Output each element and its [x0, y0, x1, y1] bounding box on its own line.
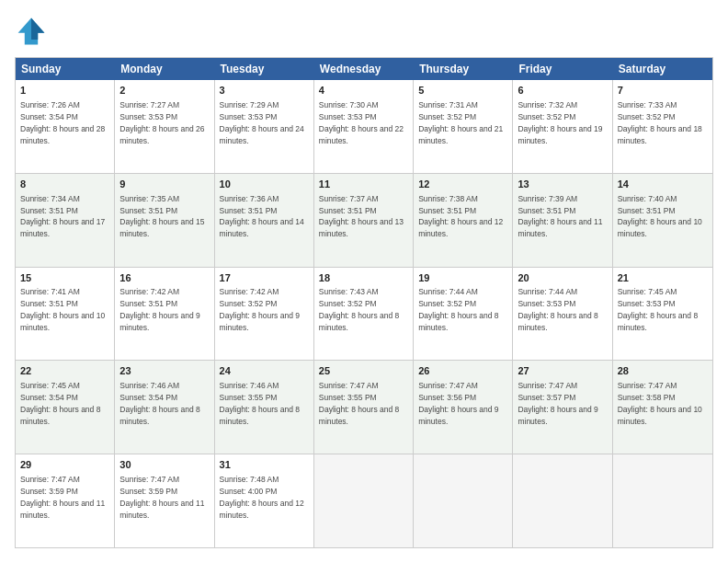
day-number: 1: [20, 84, 109, 98]
cell-info: Sunrise: 7:30 AMSunset: 3:53 PMDaylight:…: [319, 100, 404, 145]
day-number: 26: [418, 364, 507, 378]
calendar-cell: 26 Sunrise: 7:47 AMSunset: 3:56 PMDaylig…: [414, 361, 513, 454]
calendar-cell: 29 Sunrise: 7:47 AMSunset: 3:59 PMDaylig…: [16, 454, 115, 547]
day-number: 7: [618, 84, 708, 98]
cell-info: Sunrise: 7:43 AMSunset: 3:52 PMDaylight:…: [319, 287, 399, 332]
cell-info: Sunrise: 7:38 AMSunset: 3:51 PMDaylight:…: [418, 194, 503, 239]
cell-info: Sunrise: 7:44 AMSunset: 3:52 PMDaylight:…: [418, 287, 498, 332]
day-number: 20: [518, 271, 607, 285]
calendar-header-cell: Wednesday: [314, 58, 414, 80]
calendar-header-cell: Sunday: [16, 58, 115, 80]
day-number: 2: [119, 84, 209, 98]
day-number: 31: [220, 458, 309, 472]
calendar-week-row: 15 Sunrise: 7:41 AMSunset: 3:51 PMDaylig…: [16, 267, 712, 361]
cell-info: Sunrise: 7:46 AMSunset: 3:54 PMDaylight:…: [119, 381, 199, 426]
calendar-cell: 22 Sunrise: 7:45 AMSunset: 3:54 PMDaylig…: [16, 361, 115, 454]
cell-info: Sunrise: 7:39 AMSunset: 3:51 PMDaylight:…: [518, 194, 602, 239]
day-number: 11: [319, 178, 408, 191]
calendar-header-cell: Friday: [513, 58, 612, 80]
cell-info: Sunrise: 7:32 AMSunset: 3:52 PMDaylight:…: [518, 100, 602, 145]
calendar-cell: 10 Sunrise: 7:36 AMSunset: 3:51 PMDaylig…: [215, 174, 314, 267]
day-number: 16: [119, 271, 209, 285]
day-number: 21: [618, 271, 708, 285]
cell-info: Sunrise: 7:36 AMSunset: 3:51 PMDaylight:…: [220, 194, 304, 239]
cell-info: Sunrise: 7:45 AMSunset: 3:53 PMDaylight:…: [618, 287, 698, 332]
calendar-cell: 3 Sunrise: 7:29 AMSunset: 3:53 PMDayligh…: [215, 80, 314, 173]
logo: [15, 15, 51, 48]
calendar-cell: 19 Sunrise: 7:44 AMSunset: 3:52 PMDaylig…: [414, 268, 513, 361]
calendar-cell: 7 Sunrise: 7:33 AMSunset: 3:52 PMDayligh…: [613, 80, 712, 173]
cell-info: Sunrise: 7:47 AMSunset: 3:56 PMDaylight:…: [418, 381, 498, 426]
day-number: 3: [220, 84, 309, 98]
calendar-header-cell: Monday: [115, 58, 214, 80]
cell-info: Sunrise: 7:41 AMSunset: 3:51 PMDaylight:…: [20, 287, 105, 332]
calendar-header-cell: Saturday: [613, 58, 712, 80]
day-number: 9: [119, 178, 209, 191]
calendar-week-row: 29 Sunrise: 7:47 AMSunset: 3:59 PMDaylig…: [16, 454, 712, 547]
cell-info: Sunrise: 7:46 AMSunset: 3:55 PMDaylight:…: [220, 381, 300, 426]
cell-info: Sunrise: 7:35 AMSunset: 3:51 PMDaylight:…: [119, 194, 204, 239]
day-number: 17: [220, 271, 309, 285]
calendar-cell: 31 Sunrise: 7:48 AMSunset: 4:00 PMDaylig…: [215, 454, 314, 547]
cell-info: Sunrise: 7:26 AMSunset: 3:54 PMDaylight:…: [20, 100, 105, 145]
calendar-cell: 6 Sunrise: 7:32 AMSunset: 3:52 PMDayligh…: [513, 80, 612, 173]
cell-info: Sunrise: 7:37 AMSunset: 3:51 PMDaylight:…: [319, 194, 404, 239]
calendar-header-cell: Tuesday: [215, 58, 314, 80]
calendar-cell: 11 Sunrise: 7:37 AMSunset: 3:51 PMDaylig…: [314, 174, 414, 267]
cell-info: Sunrise: 7:44 AMSunset: 3:53 PMDaylight:…: [518, 287, 597, 332]
day-number: 27: [518, 364, 607, 378]
page: SundayMondayTuesdayWednesdayThursdayFrid…: [0, 0, 728, 563]
cell-info: Sunrise: 7:40 AMSunset: 3:51 PMDaylight:…: [618, 194, 702, 239]
calendar-week-row: 22 Sunrise: 7:45 AMSunset: 3:54 PMDaylig…: [16, 360, 712, 454]
calendar-header-row: SundayMondayTuesdayWednesdayThursdayFrid…: [16, 58, 712, 80]
cell-info: Sunrise: 7:45 AMSunset: 3:54 PMDaylight:…: [20, 381, 100, 426]
day-number: 10: [220, 178, 309, 191]
cell-info: Sunrise: 7:29 AMSunset: 3:53 PMDaylight:…: [220, 100, 304, 145]
calendar-cell-empty: [314, 454, 414, 547]
logo-icon: [15, 15, 48, 48]
calendar-cell: 1 Sunrise: 7:26 AMSunset: 3:54 PMDayligh…: [16, 80, 115, 173]
cell-info: Sunrise: 7:42 AMSunset: 3:51 PMDaylight:…: [119, 287, 199, 332]
svg-marker-1: [31, 18, 44, 40]
day-number: 29: [20, 458, 109, 472]
calendar-header-cell: Thursday: [414, 58, 513, 80]
calendar-cell: 21 Sunrise: 7:45 AMSunset: 3:53 PMDaylig…: [613, 268, 712, 361]
calendar-body: 1 Sunrise: 7:26 AMSunset: 3:54 PMDayligh…: [16, 80, 712, 547]
cell-info: Sunrise: 7:47 AMSunset: 3:57 PMDaylight:…: [518, 381, 597, 426]
calendar-cell: 16 Sunrise: 7:42 AMSunset: 3:51 PMDaylig…: [115, 268, 214, 361]
calendar-cell: 23 Sunrise: 7:46 AMSunset: 3:54 PMDaylig…: [115, 361, 214, 454]
calendar-cell: 28 Sunrise: 7:47 AMSunset: 3:58 PMDaylig…: [613, 361, 712, 454]
day-number: 22: [20, 364, 109, 378]
day-number: 8: [20, 178, 109, 191]
cell-info: Sunrise: 7:31 AMSunset: 3:52 PMDaylight:…: [418, 100, 503, 145]
calendar-cell: 12 Sunrise: 7:38 AMSunset: 3:51 PMDaylig…: [414, 174, 513, 267]
cell-info: Sunrise: 7:48 AMSunset: 4:00 PMDaylight:…: [220, 475, 304, 520]
calendar-cell-empty: [414, 454, 513, 547]
day-number: 6: [518, 84, 607, 98]
calendar-cell: 4 Sunrise: 7:30 AMSunset: 3:53 PMDayligh…: [314, 80, 414, 173]
day-number: 13: [518, 178, 607, 191]
calendar-cell: 24 Sunrise: 7:46 AMSunset: 3:55 PMDaylig…: [215, 361, 314, 454]
cell-info: Sunrise: 7:33 AMSunset: 3:52 PMDaylight:…: [618, 100, 702, 145]
cell-info: Sunrise: 7:34 AMSunset: 3:51 PMDaylight:…: [20, 194, 105, 239]
day-number: 25: [319, 364, 408, 378]
calendar-week-row: 1 Sunrise: 7:26 AMSunset: 3:54 PMDayligh…: [16, 80, 712, 173]
cell-info: Sunrise: 7:27 AMSunset: 3:53 PMDaylight:…: [119, 100, 204, 145]
day-number: 14: [618, 178, 708, 191]
cell-info: Sunrise: 7:47 AMSunset: 3:59 PMDaylight:…: [20, 475, 105, 520]
calendar-week-row: 8 Sunrise: 7:34 AMSunset: 3:51 PMDayligh…: [16, 173, 712, 267]
day-number: 28: [618, 364, 708, 378]
calendar-cell: 8 Sunrise: 7:34 AMSunset: 3:51 PMDayligh…: [16, 174, 115, 267]
day-number: 23: [119, 364, 209, 378]
calendar-cell: 27 Sunrise: 7:47 AMSunset: 3:57 PMDaylig…: [513, 361, 612, 454]
calendar-cell: 15 Sunrise: 7:41 AMSunset: 3:51 PMDaylig…: [16, 268, 115, 361]
cell-info: Sunrise: 7:47 AMSunset: 3:59 PMDaylight:…: [119, 475, 204, 520]
calendar-cell: 14 Sunrise: 7:40 AMSunset: 3:51 PMDaylig…: [613, 174, 712, 267]
calendar-cell: 13 Sunrise: 7:39 AMSunset: 3:51 PMDaylig…: [513, 174, 612, 267]
day-number: 19: [418, 271, 507, 285]
day-number: 4: [319, 84, 408, 98]
day-number: 24: [220, 364, 309, 378]
calendar-cell: 30 Sunrise: 7:47 AMSunset: 3:59 PMDaylig…: [115, 454, 214, 547]
calendar-cell: 5 Sunrise: 7:31 AMSunset: 3:52 PMDayligh…: [414, 80, 513, 173]
day-number: 5: [418, 84, 507, 98]
